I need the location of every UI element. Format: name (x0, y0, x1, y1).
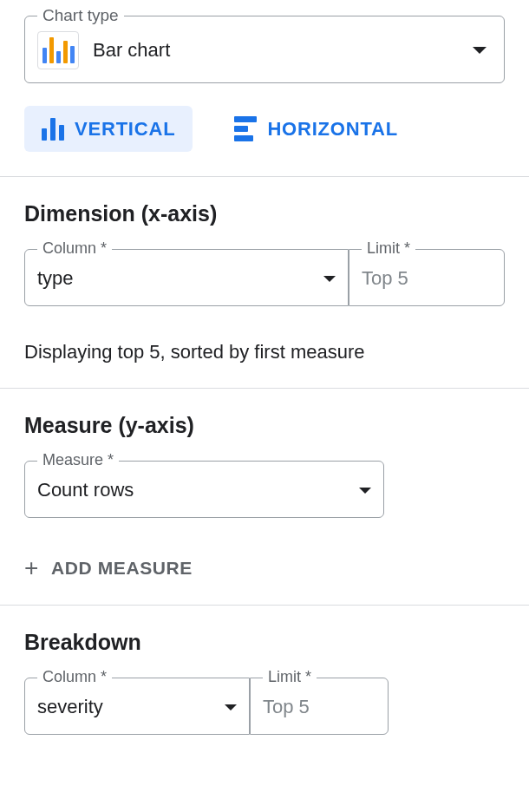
measure-title: Measure (y-axis) (24, 413, 505, 438)
tab-horizontal[interactable]: HORIZONTAL (217, 106, 415, 152)
bar-chart-icon (37, 31, 79, 69)
dimension-column-select[interactable]: Column * type (24, 249, 349, 306)
chart-type-select[interactable]: Chart type Bar chart (24, 16, 505, 83)
divider (0, 176, 529, 177)
dimension-title: Dimension (x-axis) (24, 201, 505, 226)
orientation-tabs: VERTICAL HORIZONTAL (24, 106, 505, 152)
horizontal-bars-icon (234, 116, 257, 141)
add-measure-button[interactable]: + ADD MEASURE (24, 556, 505, 580)
measure-select[interactable]: Measure * Count rows (24, 461, 384, 518)
tab-horizontal-label: HORIZONTAL (267, 118, 398, 141)
dimension-limit-input[interactable]: Limit * Top 5 (349, 249, 505, 306)
chevron-down-icon (225, 704, 237, 710)
breakdown-column-select[interactable]: Column * severity (24, 678, 250, 735)
breakdown-title: Breakdown (24, 630, 505, 655)
dimension-limit-value: Top 5 (362, 267, 408, 290)
divider (0, 605, 529, 606)
breakdown-limit-value: Top 5 (263, 696, 310, 718)
add-measure-label: ADD MEASURE (51, 558, 193, 579)
breakdown-column-value: severity (37, 696, 103, 718)
vertical-bars-icon (42, 118, 64, 141)
breakdown-column-legend: Column * (37, 668, 112, 686)
breakdown-limit-legend: Limit * (263, 668, 317, 686)
chart-type-legend: Chart type (37, 6, 124, 25)
plus-icon: + (24, 556, 39, 580)
dimension-note: Displaying top 5, sorted by first measur… (24, 341, 505, 363)
tab-vertical[interactable]: VERTICAL (24, 106, 193, 152)
tab-vertical-label: VERTICAL (75, 118, 175, 141)
dimension-column-value: type (37, 267, 74, 290)
breakdown-limit-input[interactable]: Limit * Top 5 (250, 678, 389, 735)
chart-type-value: Bar chart (93, 39, 459, 62)
divider (0, 388, 529, 389)
measure-value: Count rows (37, 479, 134, 501)
measure-legend: Measure * (37, 451, 119, 469)
dimension-limit-legend: Limit * (362, 239, 415, 258)
chevron-down-icon (473, 47, 487, 54)
chevron-down-icon (323, 276, 336, 282)
dimension-column-legend: Column * (37, 239, 112, 258)
chevron-down-icon (359, 488, 371, 494)
